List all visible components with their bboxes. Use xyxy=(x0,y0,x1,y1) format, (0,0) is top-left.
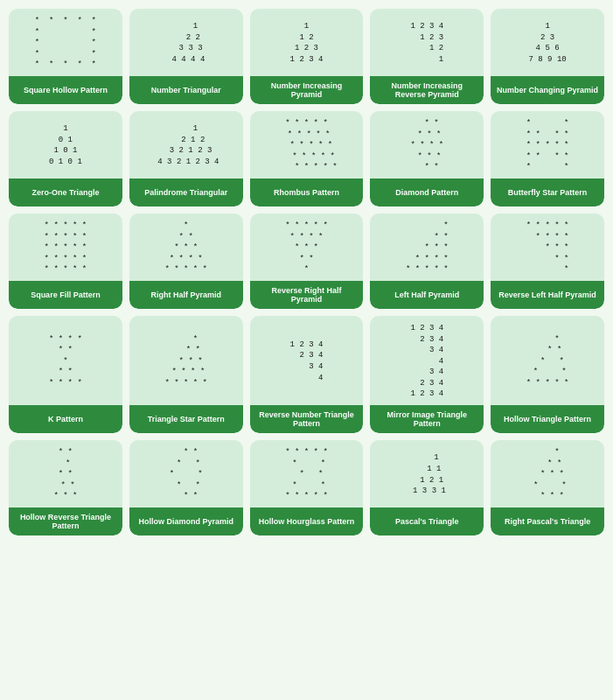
card-reverse-number-triangle: 1 2 3 4 2 3 4 3 4 4Reverse Number Triang… xyxy=(250,316,364,433)
label-number-changing-pyramid: Number Changing Pyramid xyxy=(491,76,604,104)
card-content-number-increasing-pyramid: 1 1 2 1 2 3 1 2 3 4 xyxy=(250,9,364,76)
card-content-mirror-image-triangle: 1 2 3 4 2 3 4 3 4 4 3 4 2 3 4 1 2 3 4 xyxy=(370,316,484,405)
card-content-k-pattern: * * * * * * * * * * * * * xyxy=(9,316,122,405)
label-reverse-right-half-pyramid: Reverse Right Half Pyramid xyxy=(250,281,364,309)
card-right-pascals-triangle: * * * * * * * * * * *Right Pascal's Tria… xyxy=(491,440,604,536)
label-k-pattern: K Pattern xyxy=(9,405,122,433)
card-pascals-triangle: 1 1 1 1 2 1 1 3 3 1Pascal's Triangle xyxy=(370,440,484,536)
card-diamond-pattern: * * * * * * * * * * * * * *Diamond Patte… xyxy=(370,111,484,206)
label-palindrome-triangular: Palindrome Triangular xyxy=(129,178,243,206)
pattern-reverse-left-half-pyramid: * * * * * * * * * * * * * * * xyxy=(526,220,569,276)
label-hollow-diamond-pyramid: Hollow Diamond Pyramid xyxy=(129,508,243,536)
card-zero-one-triangle: 1 0 1 1 0 1 0 1 0 1Zero-One Triangle xyxy=(9,111,122,206)
pattern-number-changing-pyramid: 1 2 3 4 5 6 7 8 9 10 xyxy=(528,21,566,65)
pattern-reverse-right-half-pyramid: * * * * * * * * * * * * * * * xyxy=(285,220,328,276)
card-content-number-increasing-reverse-pyramid: 1 2 3 4 1 2 3 1 2 1 xyxy=(370,9,484,76)
card-content-square-fill: * * * * * * * * * * * * * * * * * * * * … xyxy=(9,214,122,281)
label-right-half-pyramid: Right Half Pyramid xyxy=(129,281,243,309)
card-content-hollow-reverse-triangle: * * * * * * * * * * xyxy=(9,440,122,508)
card-content-reverse-left-half-pyramid: * * * * * * * * * * * * * * * xyxy=(491,214,604,281)
label-square-fill: Square Fill Pattern xyxy=(9,281,122,309)
label-number-triangular: Number Triangular xyxy=(129,76,243,104)
label-number-increasing-pyramid: Number Increasing Pyramid xyxy=(250,76,364,104)
card-mirror-image-triangle: 1 2 3 4 2 3 4 3 4 4 3 4 2 3 4 1 2 3 4Mir… xyxy=(370,316,484,433)
card-palindrome-triangular: 1 2 1 2 3 2 1 2 3 4 3 2 1 2 3 4Palindrom… xyxy=(129,111,243,206)
card-butterfly-star: * * * * * * * * * * * * * * * * *Butterf… xyxy=(491,111,604,206)
pattern-pascals-triangle: 1 1 1 1 2 1 1 3 3 1 xyxy=(408,452,446,496)
pattern-number-increasing-pyramid: 1 1 2 1 2 3 1 2 3 4 xyxy=(290,21,324,65)
card-content-square-hollow: * * * * * * * * * * * * * * * * xyxy=(9,9,122,76)
card-content-palindrome-triangular: 1 2 1 2 3 2 1 2 3 4 3 2 1 2 3 4 xyxy=(129,111,243,178)
pattern-right-half-pyramid: * * * * * * * * * * * * * * * xyxy=(164,220,207,276)
pattern-left-half-pyramid: * * * * * * * * * * * * * * * xyxy=(406,220,449,276)
card-number-triangular: 1 2 2 3 3 3 4 4 4 4Number Triangular xyxy=(129,9,243,104)
pattern-square-fill: * * * * * * * * * * * * * * * * * * * * … xyxy=(45,220,87,276)
card-rhombus-pattern: * * * * * * * * * * * * * * * * * * * * … xyxy=(250,111,364,206)
label-mirror-image-triangle: Mirror Image Triangle Pattern xyxy=(370,405,484,433)
label-hollow-hourglass: Hollow Hourglass Pattern xyxy=(250,508,364,536)
card-content-zero-one-triangle: 1 0 1 1 0 1 0 1 0 1 xyxy=(9,111,122,178)
label-right-pascals-triangle: Right Pascal's Triangle xyxy=(491,508,604,536)
card-content-pascals-triangle: 1 1 1 1 2 1 1 3 3 1 xyxy=(370,440,484,508)
pattern-diamond-pattern: * * * * * * * * * * * * * * xyxy=(410,118,443,173)
card-left-half-pyramid: * * * * * * * * * * * * * * *Left Half P… xyxy=(370,214,484,309)
card-triangle-star-pattern: * * * * * * * * * * * * * * *Triangle St… xyxy=(129,316,243,433)
label-pascals-triangle: Pascal's Triangle xyxy=(370,508,484,536)
card-content-butterfly-star: * * * * * * * * * * * * * * * * * xyxy=(491,111,604,178)
card-content-number-changing-pyramid: 1 2 3 4 5 6 7 8 9 10 xyxy=(491,9,604,76)
pattern-grid: * * * * * * * * * * * * * * * *Square Ho… xyxy=(9,9,604,536)
label-triangle-star-pattern: Triangle Star Pattern xyxy=(129,405,243,433)
card-number-increasing-reverse-pyramid: 1 2 3 4 1 2 3 1 2 1Number Increasing Rev… xyxy=(370,9,484,104)
pattern-mirror-image-triangle: 1 2 3 4 2 3 4 3 4 4 3 4 2 3 4 1 2 3 4 xyxy=(410,323,443,400)
card-content-hollow-hourglass: * * * * * * * * * * * * * * * * xyxy=(250,440,364,508)
card-reverse-left-half-pyramid: * * * * * * * * * * * * * * *Reverse Lef… xyxy=(491,214,604,309)
card-hollow-diamond-pyramid: * * * * * * * * * *Hollow Diamond Pyrami… xyxy=(129,440,243,536)
label-hollow-reverse-triangle: Hollow Reverse Triangle Pattern xyxy=(9,508,122,536)
label-rhombus-pattern: Rhombus Pattern xyxy=(250,178,364,206)
pattern-zero-one-triangle: 1 0 1 1 0 1 0 1 0 1 xyxy=(49,123,82,167)
pattern-rhombus-pattern: * * * * * * * * * * * * * * * * * * * * … xyxy=(275,118,337,173)
pattern-k-pattern: * * * * * * * * * * * * * xyxy=(49,334,82,389)
label-zero-one-triangle: Zero-One Triangle xyxy=(9,178,122,206)
card-number-changing-pyramid: 1 2 3 4 5 6 7 8 9 10Number Changing Pyra… xyxy=(491,9,604,104)
card-hollow-triangle-pattern: * * * * * * * * * * * *Hollow Triangle P… xyxy=(491,316,604,433)
card-content-reverse-number-triangle: 1 2 3 4 2 3 4 3 4 4 xyxy=(250,316,364,405)
card-content-number-triangular: 1 2 2 3 3 3 4 4 4 4 xyxy=(129,9,243,76)
card-content-hollow-triangle-pattern: * * * * * * * * * * * * xyxy=(491,316,604,405)
card-number-increasing-pyramid: 1 1 2 1 2 3 1 2 3 4Number Increasing Pyr… xyxy=(250,9,364,104)
pattern-hollow-diamond-pyramid: * * * * * * * * * * xyxy=(170,447,203,502)
label-square-hollow: Square Hollow Pattern xyxy=(9,76,122,104)
card-hollow-reverse-triangle: * * * * * * * * * *Hollow Reverse Triang… xyxy=(9,440,122,536)
pattern-hollow-hourglass: * * * * * * * * * * * * * * * * xyxy=(285,447,328,502)
pattern-number-triangular: 1 2 2 3 3 3 4 4 4 4 xyxy=(167,21,205,65)
card-content-rhombus-pattern: * * * * * * * * * * * * * * * * * * * * … xyxy=(250,111,364,178)
pattern-reverse-number-triangle: 1 2 3 4 2 3 4 3 4 4 xyxy=(290,340,324,383)
label-reverse-number-triangle: Reverse Number Triangle Pattern xyxy=(250,405,364,433)
label-reverse-left-half-pyramid: Reverse Left Half Pyramid xyxy=(491,281,604,309)
card-right-half-pyramid: * * * * * * * * * * * * * * *Right Half … xyxy=(129,214,243,309)
pattern-butterfly-star: * * * * * * * * * * * * * * * * * xyxy=(526,118,569,173)
pattern-square-hollow: * * * * * * * * * * * * * * * * xyxy=(35,16,96,71)
card-content-reverse-right-half-pyramid: * * * * * * * * * * * * * * * xyxy=(250,214,364,281)
pattern-right-pascals-triangle: * * * * * * * * * * * xyxy=(528,447,566,502)
label-number-increasing-reverse-pyramid: Number Increasing Reverse Pyramid xyxy=(370,76,484,104)
card-content-left-half-pyramid: * * * * * * * * * * * * * * * xyxy=(370,214,484,281)
label-left-half-pyramid: Left Half Pyramid xyxy=(370,281,484,309)
label-hollow-triangle-pattern: Hollow Triangle Pattern xyxy=(491,405,604,433)
card-k-pattern: * * * * * * * * * * * * *K Pattern xyxy=(9,316,122,433)
pattern-palindrome-triangular: 1 2 1 2 3 2 1 2 3 4 3 2 1 2 3 4 xyxy=(153,123,219,167)
pattern-triangle-star-pattern: * * * * * * * * * * * * * * * xyxy=(164,334,207,389)
card-content-diamond-pattern: * * * * * * * * * * * * * * xyxy=(370,111,484,178)
label-butterfly-star: Butterfly Star Pattern xyxy=(491,178,604,206)
pattern-hollow-reverse-triangle: * * * * * * * * * * xyxy=(53,447,77,502)
card-square-hollow: * * * * * * * * * * * * * * * *Square Ho… xyxy=(9,9,122,104)
pattern-hollow-triangle-pattern: * * * * * * * * * * * * xyxy=(526,334,569,389)
label-diamond-pattern: Diamond Pattern xyxy=(370,178,484,206)
card-content-right-pascals-triangle: * * * * * * * * * * * xyxy=(491,440,604,508)
card-content-triangle-star-pattern: * * * * * * * * * * * * * * * xyxy=(129,316,243,405)
card-hollow-hourglass: * * * * * * * * * * * * * * * *Hollow Ho… xyxy=(250,440,364,536)
card-content-right-half-pyramid: * * * * * * * * * * * * * * * xyxy=(129,214,243,281)
card-square-fill: * * * * * * * * * * * * * * * * * * * * … xyxy=(9,214,122,309)
card-content-hollow-diamond-pyramid: * * * * * * * * * * xyxy=(129,440,243,508)
pattern-number-increasing-reverse-pyramid: 1 2 3 4 1 2 3 1 2 1 xyxy=(410,21,443,65)
